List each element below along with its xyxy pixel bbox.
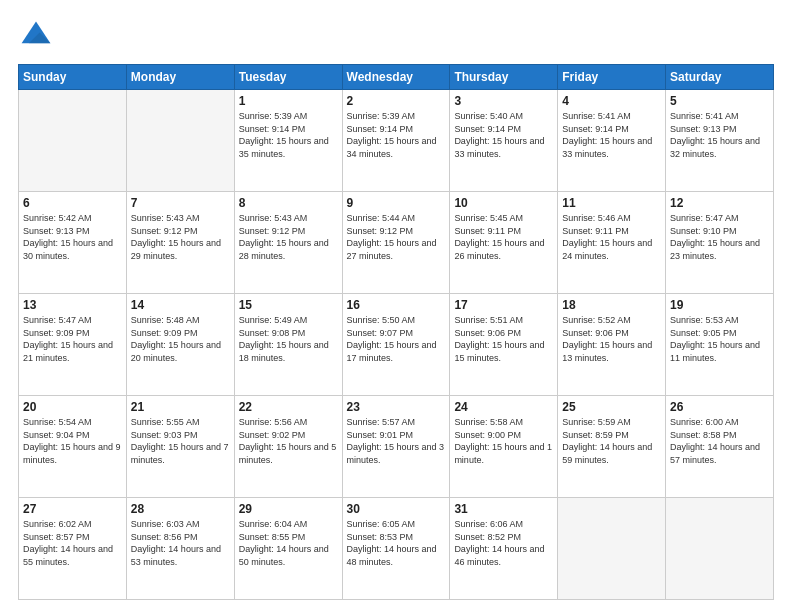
day-info: Sunrise: 5:59 AM Sunset: 8:59 PM Dayligh…: [562, 416, 661, 466]
calendar-cell: 11Sunrise: 5:46 AM Sunset: 9:11 PM Dayli…: [558, 192, 666, 294]
calendar-cell: 26Sunrise: 6:00 AM Sunset: 8:58 PM Dayli…: [666, 396, 774, 498]
day-number: 11: [562, 196, 661, 210]
day-info: Sunrise: 5:54 AM Sunset: 9:04 PM Dayligh…: [23, 416, 122, 466]
day-info: Sunrise: 5:43 AM Sunset: 9:12 PM Dayligh…: [239, 212, 338, 262]
col-header-monday: Monday: [126, 65, 234, 90]
calendar-cell: 31Sunrise: 6:06 AM Sunset: 8:52 PM Dayli…: [450, 498, 558, 600]
calendar-cell: 18Sunrise: 5:52 AM Sunset: 9:06 PM Dayli…: [558, 294, 666, 396]
day-info: Sunrise: 5:57 AM Sunset: 9:01 PM Dayligh…: [347, 416, 446, 466]
day-number: 13: [23, 298, 122, 312]
day-number: 7: [131, 196, 230, 210]
col-header-friday: Friday: [558, 65, 666, 90]
col-header-thursday: Thursday: [450, 65, 558, 90]
day-number: 8: [239, 196, 338, 210]
day-info: Sunrise: 5:39 AM Sunset: 9:14 PM Dayligh…: [347, 110, 446, 160]
calendar-cell: 6Sunrise: 5:42 AM Sunset: 9:13 PM Daylig…: [19, 192, 127, 294]
calendar-cell: 8Sunrise: 5:43 AM Sunset: 9:12 PM Daylig…: [234, 192, 342, 294]
calendar-cell: 7Sunrise: 5:43 AM Sunset: 9:12 PM Daylig…: [126, 192, 234, 294]
day-number: 28: [131, 502, 230, 516]
day-info: Sunrise: 5:47 AM Sunset: 9:09 PM Dayligh…: [23, 314, 122, 364]
day-number: 31: [454, 502, 553, 516]
calendar-cell: [19, 90, 127, 192]
day-number: 27: [23, 502, 122, 516]
day-number: 5: [670, 94, 769, 108]
day-number: 26: [670, 400, 769, 414]
day-info: Sunrise: 6:04 AM Sunset: 8:55 PM Dayligh…: [239, 518, 338, 568]
day-number: 19: [670, 298, 769, 312]
day-info: Sunrise: 5:40 AM Sunset: 9:14 PM Dayligh…: [454, 110, 553, 160]
calendar-cell: 22Sunrise: 5:56 AM Sunset: 9:02 PM Dayli…: [234, 396, 342, 498]
col-header-sunday: Sunday: [19, 65, 127, 90]
day-number: 30: [347, 502, 446, 516]
day-number: 20: [23, 400, 122, 414]
day-number: 9: [347, 196, 446, 210]
day-info: Sunrise: 5:43 AM Sunset: 9:12 PM Dayligh…: [131, 212, 230, 262]
calendar-cell: 24Sunrise: 5:58 AM Sunset: 9:00 PM Dayli…: [450, 396, 558, 498]
calendar-table: SundayMondayTuesdayWednesdayThursdayFrid…: [18, 64, 774, 600]
calendar-cell: 27Sunrise: 6:02 AM Sunset: 8:57 PM Dayli…: [19, 498, 127, 600]
col-header-wednesday: Wednesday: [342, 65, 450, 90]
day-info: Sunrise: 5:52 AM Sunset: 9:06 PM Dayligh…: [562, 314, 661, 364]
page: SundayMondayTuesdayWednesdayThursdayFrid…: [0, 0, 792, 612]
day-number: 23: [347, 400, 446, 414]
calendar-cell: 21Sunrise: 5:55 AM Sunset: 9:03 PM Dayli…: [126, 396, 234, 498]
calendar-cell: 9Sunrise: 5:44 AM Sunset: 9:12 PM Daylig…: [342, 192, 450, 294]
calendar-cell: 15Sunrise: 5:49 AM Sunset: 9:08 PM Dayli…: [234, 294, 342, 396]
day-number: 10: [454, 196, 553, 210]
calendar-cell: 29Sunrise: 6:04 AM Sunset: 8:55 PM Dayli…: [234, 498, 342, 600]
day-number: 1: [239, 94, 338, 108]
day-number: 18: [562, 298, 661, 312]
col-header-tuesday: Tuesday: [234, 65, 342, 90]
day-number: 4: [562, 94, 661, 108]
day-info: Sunrise: 5:41 AM Sunset: 9:13 PM Dayligh…: [670, 110, 769, 160]
calendar-cell: 25Sunrise: 5:59 AM Sunset: 8:59 PM Dayli…: [558, 396, 666, 498]
day-number: 2: [347, 94, 446, 108]
day-number: 14: [131, 298, 230, 312]
logo-icon: [18, 18, 54, 54]
day-number: 25: [562, 400, 661, 414]
day-number: 17: [454, 298, 553, 312]
day-info: Sunrise: 5:47 AM Sunset: 9:10 PM Dayligh…: [670, 212, 769, 262]
day-info: Sunrise: 5:49 AM Sunset: 9:08 PM Dayligh…: [239, 314, 338, 364]
day-info: Sunrise: 5:53 AM Sunset: 9:05 PM Dayligh…: [670, 314, 769, 364]
day-info: Sunrise: 6:02 AM Sunset: 8:57 PM Dayligh…: [23, 518, 122, 568]
calendar-cell: 4Sunrise: 5:41 AM Sunset: 9:14 PM Daylig…: [558, 90, 666, 192]
day-info: Sunrise: 5:56 AM Sunset: 9:02 PM Dayligh…: [239, 416, 338, 466]
day-number: 29: [239, 502, 338, 516]
day-info: Sunrise: 6:03 AM Sunset: 8:56 PM Dayligh…: [131, 518, 230, 568]
calendar-cell: 19Sunrise: 5:53 AM Sunset: 9:05 PM Dayli…: [666, 294, 774, 396]
day-info: Sunrise: 5:50 AM Sunset: 9:07 PM Dayligh…: [347, 314, 446, 364]
day-info: Sunrise: 5:45 AM Sunset: 9:11 PM Dayligh…: [454, 212, 553, 262]
day-info: Sunrise: 5:58 AM Sunset: 9:00 PM Dayligh…: [454, 416, 553, 466]
calendar-cell: [558, 498, 666, 600]
day-info: Sunrise: 5:48 AM Sunset: 9:09 PM Dayligh…: [131, 314, 230, 364]
day-number: 6: [23, 196, 122, 210]
calendar-cell: 1Sunrise: 5:39 AM Sunset: 9:14 PM Daylig…: [234, 90, 342, 192]
calendar-cell: 5Sunrise: 5:41 AM Sunset: 9:13 PM Daylig…: [666, 90, 774, 192]
day-number: 22: [239, 400, 338, 414]
day-info: Sunrise: 5:41 AM Sunset: 9:14 PM Dayligh…: [562, 110, 661, 160]
day-number: 12: [670, 196, 769, 210]
calendar-cell: 17Sunrise: 5:51 AM Sunset: 9:06 PM Dayli…: [450, 294, 558, 396]
calendar-cell: 30Sunrise: 6:05 AM Sunset: 8:53 PM Dayli…: [342, 498, 450, 600]
calendar-cell: 28Sunrise: 6:03 AM Sunset: 8:56 PM Dayli…: [126, 498, 234, 600]
calendar-cell: 10Sunrise: 5:45 AM Sunset: 9:11 PM Dayli…: [450, 192, 558, 294]
day-info: Sunrise: 6:05 AM Sunset: 8:53 PM Dayligh…: [347, 518, 446, 568]
day-info: Sunrise: 5:55 AM Sunset: 9:03 PM Dayligh…: [131, 416, 230, 466]
day-number: 16: [347, 298, 446, 312]
day-info: Sunrise: 5:51 AM Sunset: 9:06 PM Dayligh…: [454, 314, 553, 364]
day-info: Sunrise: 5:44 AM Sunset: 9:12 PM Dayligh…: [347, 212, 446, 262]
calendar-cell: 13Sunrise: 5:47 AM Sunset: 9:09 PM Dayli…: [19, 294, 127, 396]
calendar-cell: 12Sunrise: 5:47 AM Sunset: 9:10 PM Dayli…: [666, 192, 774, 294]
day-info: Sunrise: 6:00 AM Sunset: 8:58 PM Dayligh…: [670, 416, 769, 466]
day-info: Sunrise: 5:46 AM Sunset: 9:11 PM Dayligh…: [562, 212, 661, 262]
calendar-cell: [666, 498, 774, 600]
day-number: 24: [454, 400, 553, 414]
calendar-cell: 20Sunrise: 5:54 AM Sunset: 9:04 PM Dayli…: [19, 396, 127, 498]
col-header-saturday: Saturday: [666, 65, 774, 90]
calendar-cell: 14Sunrise: 5:48 AM Sunset: 9:09 PM Dayli…: [126, 294, 234, 396]
day-number: 15: [239, 298, 338, 312]
day-number: 3: [454, 94, 553, 108]
day-info: Sunrise: 5:39 AM Sunset: 9:14 PM Dayligh…: [239, 110, 338, 160]
calendar-cell: [126, 90, 234, 192]
